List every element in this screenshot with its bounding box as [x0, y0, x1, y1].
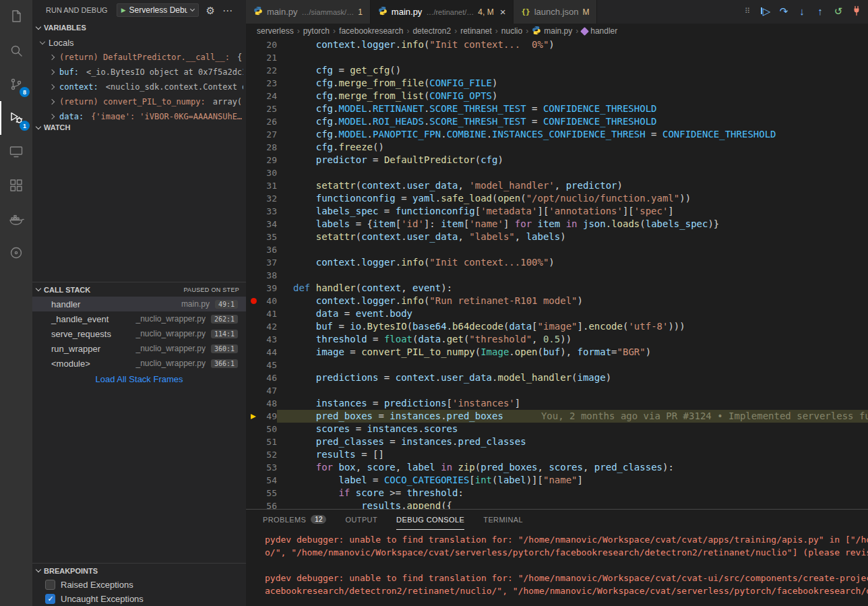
breadcrumb-item-pytorch[interactable]: pytorch	[303, 26, 330, 36]
activity-item-source-control[interactable]: 8	[0, 67, 32, 101]
panel-tab-debug-console[interactable]: DEBUG CONSOLE	[396, 510, 464, 530]
gutter[interactable]	[246, 64, 261, 77]
gutter[interactable]	[246, 256, 261, 269]
stack-frame[interactable]: _handle_event_nuclio_wrapper.py262:1	[32, 311, 246, 326]
gutter[interactable]	[246, 51, 261, 64]
activity-item-search[interactable]	[0, 34, 32, 67]
code-line: 45	[246, 359, 868, 371]
gutter[interactable]	[246, 192, 261, 205]
breakpoint-checkbox[interactable]	[45, 594, 55, 604]
variables-section-header[interactable]: VARIABLES	[32, 20, 246, 35]
activity-item-extensions[interactable]	[0, 169, 32, 202]
gutter[interactable]	[246, 320, 261, 333]
breadcrumb-item-handler[interactable]: handler	[582, 26, 617, 36]
gutter[interactable]	[246, 448, 261, 461]
gear-icon[interactable]: ⚙	[206, 5, 215, 16]
step-into-icon[interactable]: ↓	[795, 3, 809, 18]
line-number: 34	[261, 218, 277, 231]
panel-tab-output[interactable]: OUTPUT	[345, 510, 377, 530]
code-token: =	[350, 423, 367, 434]
gutter[interactable]	[246, 269, 261, 282]
breadcrumb-item-retinanet[interactable]: retinanet	[460, 26, 492, 36]
current-line-gutter[interactable]	[246, 410, 261, 423]
close-icon[interactable]: ×	[500, 7, 506, 17]
gutter[interactable]	[246, 38, 261, 51]
variable-row[interactable]: (return) DefaultPredictor.__call__:{'ins…	[32, 50, 246, 65]
activity-item-docker[interactable]	[0, 202, 32, 236]
code-token: ]	[503, 218, 515, 229]
variable-row[interactable]: data:{'image': 'iVBOR-0KG=AAAANSUhE…	[32, 109, 246, 120]
line-number: 27	[261, 128, 277, 141]
gutter[interactable]	[246, 359, 261, 371]
code-line: 27 cfg.MODEL.PANOPTIC_FPN.COMBINE.INSTAN…	[246, 128, 868, 141]
gutter[interactable]	[246, 474, 261, 487]
activity-item-circle[interactable]	[0, 236, 32, 270]
gutter[interactable]	[246, 141, 261, 154]
breadcrumb-item-nuclio[interactable]: nuclio	[501, 26, 522, 36]
code-token: ,	[538, 462, 549, 473]
gutter[interactable]	[246, 179, 261, 192]
code-token: "/opt/nuclio/function.yaml"	[526, 193, 680, 204]
load-all-stack-frames-link[interactable]: Load All Stack Frames	[32, 371, 246, 387]
gutter[interactable]	[246, 435, 261, 448]
variable-row[interactable]: buf:<_io.BytesIO object at 0x7f5a2dc1ecc…	[32, 65, 246, 80]
gutter[interactable]	[246, 371, 261, 384]
gutter[interactable]	[246, 231, 261, 243]
stack-frame[interactable]: <module>_nuclio_wrapper.py366:1	[32, 356, 246, 371]
stack-frame[interactable]: handlermain.py49:1	[32, 297, 246, 311]
gutter[interactable]	[246, 384, 261, 397]
gutter[interactable]	[246, 461, 261, 474]
breadcrumb-item-serverless[interactable]: serverless	[257, 26, 294, 36]
gutter[interactable]	[246, 333, 261, 346]
breakpoints-section-header[interactable]: BREAKPOINTS	[32, 563, 246, 578]
gutter[interactable]	[246, 90, 261, 102]
breakpoint-row[interactable]: Uncaught Exceptions	[32, 592, 246, 606]
activity-item-explorer[interactable]	[0, 0, 32, 34]
continue-icon[interactable]: ▷	[759, 3, 772, 18]
breakpoint-checkbox[interactable]	[45, 580, 55, 590]
stack-frame[interactable]: run_wrapper_nuclio_wrapper.py360:1	[32, 341, 246, 356]
gutter[interactable]	[246, 166, 261, 179]
panel-tab-problems[interactable]: PROBLEMS12	[263, 510, 326, 530]
code-editor[interactable]: 20 context.logger.info("Init context... …	[246, 38, 868, 509]
tab-launch.json[interactable]: {}launch.jsonM	[514, 0, 597, 24]
restart-icon[interactable]: ↺	[832, 3, 845, 18]
gutter[interactable]	[246, 154, 261, 166]
gutter[interactable]	[246, 423, 261, 435]
gutter[interactable]	[246, 346, 261, 359]
step-over-icon[interactable]: ↷	[777, 3, 790, 18]
gutter[interactable]	[246, 307, 261, 320]
activity-item-run-debug[interactable]: 1	[0, 101, 32, 135]
gutter[interactable]	[246, 499, 261, 509]
tab-main.py[interactable]: main.py…/siammask/…1	[246, 0, 371, 24]
breadcrumb-item-main.py[interactable]: main.py	[532, 26, 572, 37]
gutter[interactable]	[246, 205, 261, 218]
gutter[interactable]	[246, 128, 261, 141]
breakpoint-row[interactable]: Raised Exceptions	[32, 578, 246, 592]
gutter[interactable]	[246, 115, 261, 128]
panel-tab-terminal[interactable]: TERMINAL	[483, 510, 523, 530]
gutter[interactable]	[246, 397, 261, 410]
watch-section-header[interactable]: WATCH	[32, 120, 246, 135]
debug-config-dropdown[interactable]: ▶ Serverless Debu	[117, 3, 199, 17]
variable-row[interactable]: context:<nuclio_sdk.context.Context obje…	[32, 80, 246, 94]
tab-main.py[interactable]: main.py…/retinanet/…4, M×	[371, 0, 514, 24]
gutter[interactable]	[246, 77, 261, 90]
breadcrumb-item-facebookresearch[interactable]: facebookresearch	[339, 26, 403, 36]
stack-frame[interactable]: serve_requests_nuclio_wrapper.py114:1	[32, 326, 246, 341]
disconnect-icon[interactable]	[850, 3, 863, 18]
variables-scope-row[interactable]: Locals	[32, 35, 246, 50]
code-token: context	[361, 231, 401, 242]
callstack-section-header[interactable]: CALL STACK PAUSED ON STEP	[32, 282, 246, 297]
more-icon[interactable]: ⋯	[222, 5, 232, 16]
activity-item-remote-explorer[interactable]	[0, 135, 32, 169]
variable-row[interactable]: (return) convert_PIL_to_numpy:array([[[ …	[32, 94, 246, 109]
gutter[interactable]	[246, 282, 261, 295]
gutter[interactable]	[246, 487, 261, 499]
step-out-icon[interactable]: ↑	[813, 3, 827, 18]
breakpoint-gutter[interactable]	[246, 295, 261, 307]
breadcrumb-item-detectron2[interactable]: detectron2	[412, 26, 451, 36]
gutter[interactable]	[246, 243, 261, 256]
gutter[interactable]	[246, 218, 261, 231]
gutter[interactable]	[246, 102, 261, 115]
